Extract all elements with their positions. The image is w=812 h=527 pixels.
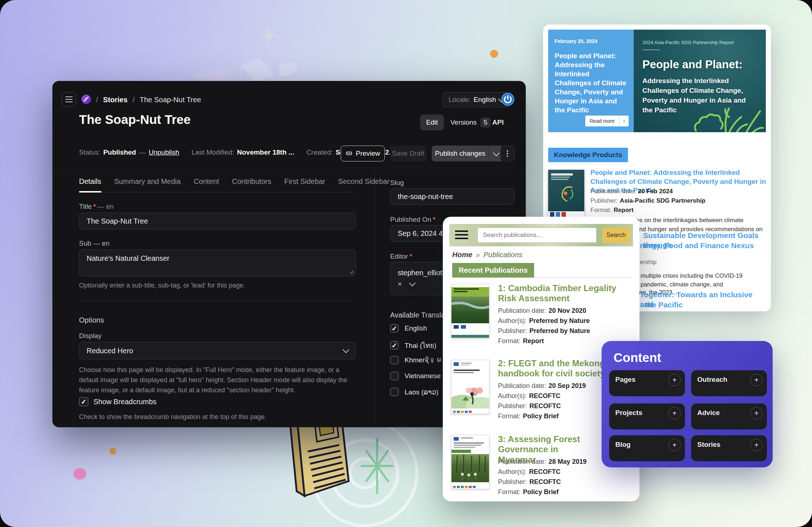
translation-row: ✓ Thai (ไทย) <box>390 340 436 351</box>
unpublish-link[interactable]: Unpublish <box>149 148 179 156</box>
breadcrumb-current: Publications <box>484 251 523 259</box>
decor-orange-dot-left <box>109 448 116 455</box>
hero-title-link[interactable]: People and Planet: Addressing the Interl… <box>555 51 627 115</box>
tab-details[interactable]: Details <box>79 177 101 186</box>
locale-label: Locale: <box>449 96 471 104</box>
read-more-button[interactable]: Read more › <box>585 116 629 126</box>
display-field-label: Display <box>79 332 101 340</box>
breadcrumb-separator: / <box>96 96 98 104</box>
hero-banner: February 20, 2024 People and Planet: Add… <box>548 30 766 132</box>
menu-button[interactable] <box>455 230 468 241</box>
show-breadcrumbs-label: Show Breadcrumbs <box>93 398 157 406</box>
sub-textarea[interactable]: Nature's Natural Cleanser <box>79 250 356 276</box>
title-input[interactable] <box>79 213 356 229</box>
clear-editor-icon[interactable]: × <box>398 280 402 288</box>
preview-button[interactable]: Preview <box>341 146 385 161</box>
resize-handle-icon[interactable] <box>349 270 354 274</box>
hero-plant-art-icon <box>691 100 764 132</box>
screen-background: / Stories / The Soap-Nut Tree Locale: En… <box>0 0 812 527</box>
divider-horizontal <box>53 168 525 168</box>
translation-row: ✓ English <box>390 324 427 333</box>
editor-field-label: Editor* <box>390 252 414 260</box>
more-options-button[interactable] <box>500 146 515 161</box>
content-tile-blog[interactable]: Blog + <box>609 435 685 461</box>
locale-selector[interactable]: Locale: English <box>442 92 510 107</box>
kp-meta-fragment: ership <box>640 259 656 266</box>
content-tile-outreach[interactable]: Outreach + <box>691 370 767 396</box>
search-button[interactable]: Search <box>602 228 630 243</box>
divider-vertical <box>375 168 375 427</box>
tab-second-sidebar[interactable]: Second Sidebar <box>338 177 389 186</box>
app-logo-icon[interactable] <box>81 94 92 105</box>
search-input[interactable] <box>477 228 597 243</box>
breadcrumb-home-link[interactable]: Home <box>452 251 472 259</box>
add-advice-button[interactable]: + <box>750 407 763 419</box>
chevron-down-icon <box>493 150 499 156</box>
plus-icon: + <box>754 409 759 418</box>
publish-split-button: Publish changes <box>432 146 504 161</box>
content-tile-stories[interactable]: Stories + <box>691 435 767 461</box>
decor-orange-dot-top <box>490 50 498 58</box>
pub-thumbnail[interactable] <box>451 435 489 489</box>
sub-help-text: Optionally enter a sub-title, sub-tag, o… <box>79 281 245 291</box>
add-projects-button[interactable]: + <box>668 407 681 419</box>
breadcrumb-stories-link[interactable]: Stories <box>103 96 128 104</box>
pub-thumbnail[interactable] <box>451 284 489 338</box>
show-breadcrumbs-checkbox[interactable]: ✓ <box>79 397 88 406</box>
show-breadcrumbs-row: ✓ Show Breadcrumbs <box>79 397 157 406</box>
published-on-label: Published On* <box>390 216 437 224</box>
logout-power-button[interactable] <box>501 92 515 106</box>
link-icon <box>345 150 353 157</box>
save-draft-button[interactable]: Save Draft <box>390 146 427 161</box>
versions-button[interactable]: Versions 5 <box>450 115 490 130</box>
translation-checkbox-thai[interactable]: ✓ <box>390 341 399 350</box>
divider-main-column <box>79 300 356 301</box>
tab-first-sidebar[interactable]: First Sidebar <box>284 177 325 186</box>
pub-thumbnail[interactable] <box>451 360 489 414</box>
breadcrumb: / Stories / The Soap-Nut Tree <box>96 96 201 104</box>
display-select[interactable]: Reduced Hero <box>79 342 356 359</box>
kp-cover-swirl-icon <box>555 182 580 204</box>
translation-checkbox-english[interactable]: ✓ <box>390 324 399 333</box>
display-help-text: Choose how this page will be displayed. … <box>79 365 356 396</box>
kp-thumbnail[interactable] <box>548 170 584 218</box>
slug-input[interactable] <box>390 188 514 205</box>
add-pages-button[interactable]: + <box>668 374 681 386</box>
content-tile-pages[interactable]: Pages + <box>609 370 685 396</box>
tab-bar: Details Summary and Media Content Contri… <box>79 177 402 186</box>
content-tile-projects[interactable]: Projects + <box>609 403 685 429</box>
options-heading: Options <box>79 316 104 324</box>
tab-content[interactable]: Content <box>194 177 219 186</box>
plus-icon: + <box>754 441 759 449</box>
hamburger-icon <box>455 230 468 232</box>
translation-checkbox-laos[interactable] <box>390 388 399 396</box>
tab-contributors[interactable]: Contributors <box>232 177 271 186</box>
edit-tab-button[interactable]: Edit <box>420 115 444 130</box>
kp-item-description: multiple crises including the COVID-19 p… <box>641 272 770 289</box>
api-button[interactable]: API <box>492 115 504 130</box>
modified-value: November 18th ... <box>237 148 294 156</box>
tab-summary-and-media[interactable]: Summary and Media <box>114 177 181 186</box>
add-outreach-button[interactable]: + <box>750 374 763 386</box>
content-panel-title: Content <box>614 350 661 365</box>
pub-cover-illustration-icon <box>451 380 489 409</box>
kp-meta-publisher: Publisher:Asia-Pacific SDG Partnership <box>590 197 706 204</box>
add-stories-button[interactable]: + <box>750 439 763 451</box>
kp-meta-format: Format:Report <box>590 207 633 214</box>
add-blog-button[interactable]: + <box>668 439 681 451</box>
translation-checkbox-khmer[interactable] <box>390 356 399 364</box>
translation-checkbox-vietnamese[interactable] <box>390 372 399 380</box>
chevron-down-icon[interactable] <box>409 280 415 286</box>
locale-value: English <box>473 96 496 104</box>
kp-meta-date: Publication date:20 Feb 2024 <box>590 188 673 195</box>
page-title: The Soap-Nut Tree <box>79 112 191 127</box>
menu-button[interactable] <box>62 92 76 107</box>
hero-kicker-rule <box>642 49 660 50</box>
publish-changes-button[interactable]: Publish changes <box>432 146 489 161</box>
pub-item-title-link[interactable]: 1: Cambodia Timber Legality Risk Assessm… <box>498 283 621 304</box>
pub-item-meta: Publication date:28 May 2019 Author(s):R… <box>498 458 586 498</box>
pubs-breadcrumb: Home » Publications <box>452 251 523 259</box>
content-tile-advice[interactable]: Advice + <box>691 403 767 429</box>
pubs-header-band: Search <box>449 224 633 246</box>
plus-icon: + <box>672 441 677 449</box>
